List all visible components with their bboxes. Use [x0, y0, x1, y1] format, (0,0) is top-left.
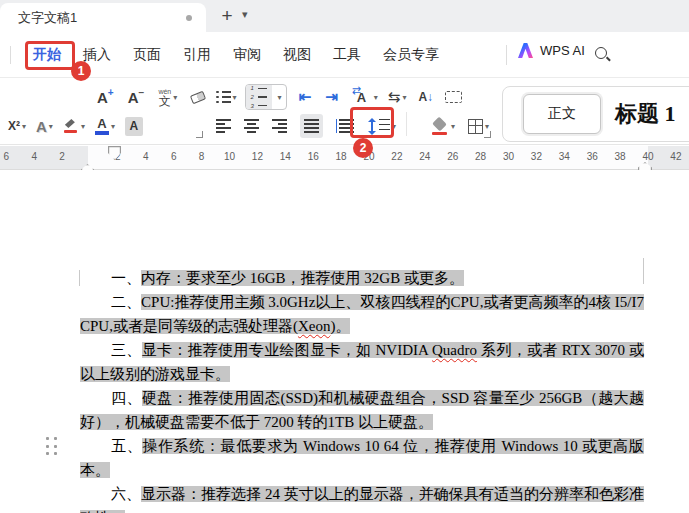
phonetic-guide-button[interactable]: wén 文 ▾ — [158, 85, 177, 109]
ruler-number: 24 — [419, 151, 430, 162]
paragraph-drag-handle-icon[interactable] — [46, 437, 59, 457]
decrease-indent-icon: ⇤ — [299, 88, 312, 106]
menu-tab-会员专享[interactable]: 会员专享 — [383, 46, 439, 64]
align-center-button[interactable] — [244, 114, 259, 138]
new-tab-button[interactable]: + — [214, 2, 240, 30]
increase-indent-button[interactable]: ⇥ — [325, 85, 338, 109]
wps-ai-entry[interactable]: WPS AI — [518, 43, 585, 58]
chevron-down-icon: ▾ — [485, 122, 489, 131]
selected-text: 显卡：推荐使用专业绘图显卡，如 NVIDIA — [142, 342, 432, 358]
ruler-number: 6 — [171, 151, 177, 162]
page-grid-settings-button[interactable] — [445, 85, 462, 109]
wps-ai-logo-icon — [518, 43, 533, 58]
align-right-icon — [272, 119, 287, 133]
chevron-down-icon: ▾ — [374, 93, 378, 102]
ruler-number: 32 — [531, 151, 542, 162]
document-tab[interactable]: 文字文稿1 — [0, 3, 206, 32]
align-right-button[interactable] — [272, 114, 287, 138]
search-icon[interactable] — [594, 46, 612, 64]
paragraph[interactable]: 二、CPU:推荐使用主频 3.0GHz以上、双核四线程的CPU,或者更高频率的4… — [80, 290, 644, 338]
styles-gallery: 正文 标题 1 — [502, 86, 689, 142]
bullet-list-icon — [216, 91, 231, 104]
ruler-number: 28 — [475, 151, 486, 162]
shading-fill-button[interactable]: ▾ — [432, 114, 455, 138]
document-title: 文字文稿1 — [18, 9, 186, 27]
clear-format-button[interactable] — [191, 85, 205, 109]
eraser-icon — [190, 90, 206, 104]
selected-text: 操作系统：最低要求为 Windows 10 64 位，推荐使用 Windows … — [80, 438, 644, 478]
align-left-icon — [216, 119, 231, 133]
decrease-indent-button[interactable]: ⇤ — [299, 85, 312, 109]
paint-bucket-icon — [432, 118, 449, 135]
ruler-number: 14 — [280, 151, 291, 162]
paragraph[interactable]: 四、硬盘：推荐使用固态(SSD)和机械硬盘组合，SSD 容量至少 256GB（越… — [80, 386, 644, 434]
unsaved-dot-icon — [186, 15, 192, 21]
menu-tab-视图[interactable]: 视图 — [283, 46, 311, 64]
font-dialog-launcher-icon[interactable] — [196, 131, 203, 138]
align-left-button[interactable] — [216, 114, 231, 138]
ruler-number: 40 — [642, 151, 653, 162]
text-effects-button[interactable]: A ▾ — [36, 114, 53, 138]
text-direction-button[interactable]: ⇄ A ▾ — [352, 85, 378, 109]
ruler-number: 26 — [447, 151, 458, 162]
chevron-down-icon: ▾ — [111, 122, 115, 131]
ruler-number: 6 — [4, 151, 10, 162]
paragraph[interactable]: 三、显卡：推荐使用专业绘图显卡，如 NVIDIA Quadro 系列，或者 RT… — [80, 338, 644, 386]
list-number: 三、 — [111, 342, 142, 358]
menu-tab-审阅[interactable]: 审阅 — [233, 46, 261, 64]
chevron-down-icon: ▾ — [173, 93, 177, 102]
menu-tab-插入[interactable]: 插入 — [83, 46, 111, 64]
ruler-number: 38 — [615, 151, 626, 162]
justify-button[interactable] — [300, 114, 323, 138]
menu-tab-引用[interactable]: 引用 — [183, 46, 211, 64]
menu-bar: 开始插入页面引用审阅视图工具会员专享 WPS AI — [0, 32, 689, 78]
cjk-layout-icon: ⇆ — [388, 88, 401, 106]
list-number: 五、 — [111, 438, 142, 454]
font-color-button[interactable]: A ▾ — [95, 114, 115, 138]
selected-text: 显示器：推荐选择 24 英寸以上的显示器，并确保具有适当的分辨率和色彩准确性。 — [80, 486, 644, 513]
paragraph[interactable]: 一、内存：要求至少 16GB，推荐使用 32GB 或更多。 — [80, 266, 644, 290]
menu-tab-页面[interactable]: 页面 — [133, 46, 161, 64]
document-text[interactable]: 一、内存：要求至少 16GB，推荐使用 32GB 或更多。二、CPU:推荐使用主… — [80, 266, 644, 513]
superscript-button[interactable]: X² ▾ — [8, 114, 26, 138]
ruler-number: 2 — [59, 151, 65, 162]
list-number: 二、 — [111, 294, 141, 310]
menu-tab-工具[interactable]: 工具 — [333, 46, 361, 64]
ruler-number: 10 — [224, 151, 235, 162]
selected-text: )。 — [330, 318, 350, 334]
increase-font-size-button[interactable]: A + — [97, 85, 114, 109]
ruler-number: 8 — [199, 151, 205, 162]
numbered-list-button[interactable]: 123 ▾ — [245, 84, 287, 110]
ruler-number: 4 — [143, 151, 149, 162]
decrease-font-size-button[interactable]: A − — [128, 85, 145, 109]
highlighter-icon — [63, 118, 79, 134]
misspelled-text: Xeon — [298, 318, 331, 334]
sort-button[interactable]: A↓ — [418, 85, 433, 109]
cjk-layout-button[interactable]: ⇆ ▾ — [388, 85, 407, 109]
text-direction-icon: ⇄ A — [352, 88, 372, 106]
shrink-font-icon: A — [128, 90, 139, 105]
dashed-grid-icon — [445, 91, 462, 103]
distribute-icon — [336, 119, 351, 133]
ruler-number: 16 — [308, 151, 319, 162]
list-number: 四、 — [111, 390, 142, 406]
plus-icon: + — [108, 87, 114, 98]
paragraph[interactable]: 五、操作系统：最低要求为 Windows 10 64 位，推荐使用 Window… — [80, 434, 644, 482]
toolbar-group-divider — [406, 112, 407, 136]
paragraph[interactable]: 六、显示器：推荐选择 24 英寸以上的显示器，并确保具有适当的分辨率和色彩准确性… — [80, 482, 644, 513]
paragraph-dialog-launcher-icon[interactable] — [484, 131, 491, 138]
selected-text: CPU:推荐使用主频 3.0GHz以上、双核四线程的CPU,或者更高频率的4核 … — [80, 294, 644, 334]
character-shading-icon: A — [125, 117, 143, 136]
style-heading1[interactable]: 标题 1 — [615, 99, 676, 129]
bullet-list-button[interactable]: ▾ — [216, 85, 237, 109]
chevron-down-icon: ▾ — [274, 93, 286, 102]
ruler-number: 12 — [252, 151, 263, 162]
character-shading-button[interactable]: A — [125, 114, 143, 138]
chevron-down-icon: ▾ — [22, 122, 26, 131]
highlight-button[interactable]: ▾ — [63, 114, 85, 138]
tab-list-chevron-icon[interactable]: ▾ — [242, 8, 248, 21]
increase-indent-icon: ⇥ — [325, 88, 338, 106]
horizontal-ruler[interactable]: 6422468101214161820222426283032343638404… — [0, 146, 689, 170]
distribute-button[interactable] — [336, 114, 351, 138]
style-normal[interactable]: 正文 — [523, 94, 601, 134]
